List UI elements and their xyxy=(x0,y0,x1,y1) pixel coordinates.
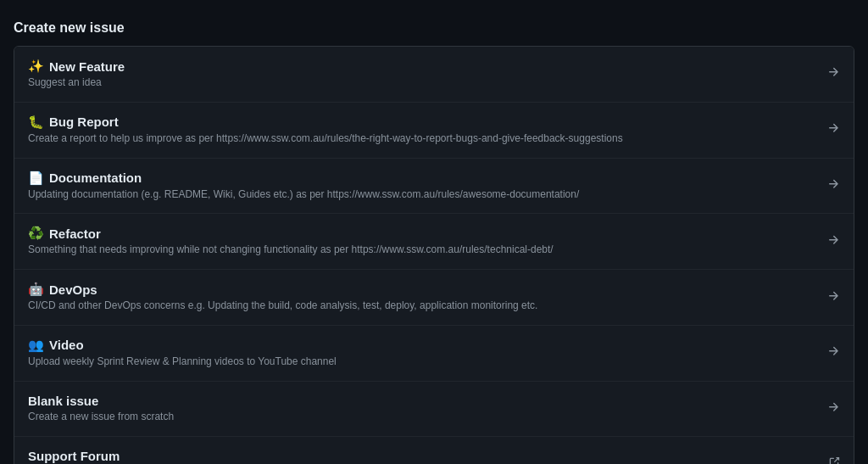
issue-description-bug-report: Create a report to help us improve as pe… xyxy=(28,131,816,146)
arrow-icon xyxy=(826,289,840,306)
issue-title-support-forum: Support Forum xyxy=(28,449,818,463)
issues-list: ✨ New Feature Suggest an idea 🐛 Bug Repo… xyxy=(14,46,854,464)
issue-title-refactor: ♻️ Refactor xyxy=(28,226,816,241)
issue-title-video: 👥 Video xyxy=(28,338,816,353)
issue-item-video[interactable]: 👥 Video Upload weekly Sprint Review & Pl… xyxy=(14,326,854,382)
issue-content-documentation: 📄 Documentation Updating documentation (… xyxy=(28,171,816,202)
issue-description-documentation: Updating documentation (e.g. README, Wik… xyxy=(28,187,816,202)
issue-description-blank-issue: Create a new issue from scratch xyxy=(28,410,816,424)
page-container: Create new issue ✨ New Feature Suggest a… xyxy=(0,0,868,464)
arrow-icon xyxy=(826,121,840,138)
issue-description-refactor: Something that needs improving while not… xyxy=(28,243,816,257)
issue-item-devops[interactable]: 🤖 DevOps CI/CD and other DevOps concerns… xyxy=(14,270,854,326)
issue-content-support-forum: Support Forum The place for questions, s… xyxy=(28,449,818,464)
issue-icon-documentation: 📄 xyxy=(28,171,44,186)
issue-content-bug-report: 🐛 Bug Report Create a report to help us … xyxy=(28,115,816,146)
issue-title-documentation: 📄 Documentation xyxy=(28,171,816,186)
arrow-icon xyxy=(826,177,840,194)
arrow-icon xyxy=(826,400,840,417)
issue-item-documentation[interactable]: 📄 Documentation Updating documentation (… xyxy=(14,159,854,215)
issue-icon-video: 👥 xyxy=(28,338,44,353)
issue-title-new-feature: ✨ New Feature xyxy=(28,59,816,74)
issue-description-new-feature: Suggest an idea xyxy=(28,75,816,90)
issue-item-bug-report[interactable]: 🐛 Bug Report Create a report to help us … xyxy=(14,103,854,159)
issue-description-devops: CI/CD and other DevOps concerns e.g. Upd… xyxy=(28,299,816,313)
issue-description-video: Upload weekly Sprint Review & Planning v… xyxy=(28,355,816,369)
issue-item-support-forum[interactable]: Support Forum The place for questions, s… xyxy=(14,437,854,464)
arrow-icon xyxy=(826,344,840,361)
issue-item-blank-issue[interactable]: Blank issue Create a new issue from scra… xyxy=(14,382,854,437)
issue-content-video: 👥 Video Upload weekly Sprint Review & Pl… xyxy=(28,338,816,369)
page-title: Create new issue xyxy=(0,14,868,46)
issue-title-blank-issue: Blank issue xyxy=(28,394,816,408)
external-link-icon xyxy=(828,456,840,464)
issue-icon-devops: 🤖 xyxy=(28,282,44,297)
issue-icon-new-feature: ✨ xyxy=(28,59,44,74)
arrow-icon xyxy=(826,65,840,82)
issue-title-bug-report: 🐛 Bug Report xyxy=(28,115,816,130)
arrow-icon xyxy=(826,233,840,250)
issue-item-new-feature[interactable]: ✨ New Feature Suggest an idea xyxy=(14,47,854,103)
issue-title-devops: 🤖 DevOps xyxy=(28,282,816,297)
issue-content-blank-issue: Blank issue Create a new issue from scra… xyxy=(28,394,816,424)
issue-content-new-feature: ✨ New Feature Suggest an idea xyxy=(28,59,816,90)
issue-content-devops: 🤖 DevOps CI/CD and other DevOps concerns… xyxy=(28,282,816,313)
issue-icon-refactor: ♻️ xyxy=(28,226,44,241)
issue-content-refactor: ♻️ Refactor Something that needs improvi… xyxy=(28,226,816,257)
issue-item-refactor[interactable]: ♻️ Refactor Something that needs improvi… xyxy=(14,214,854,270)
issue-icon-bug-report: 🐛 xyxy=(28,115,44,130)
